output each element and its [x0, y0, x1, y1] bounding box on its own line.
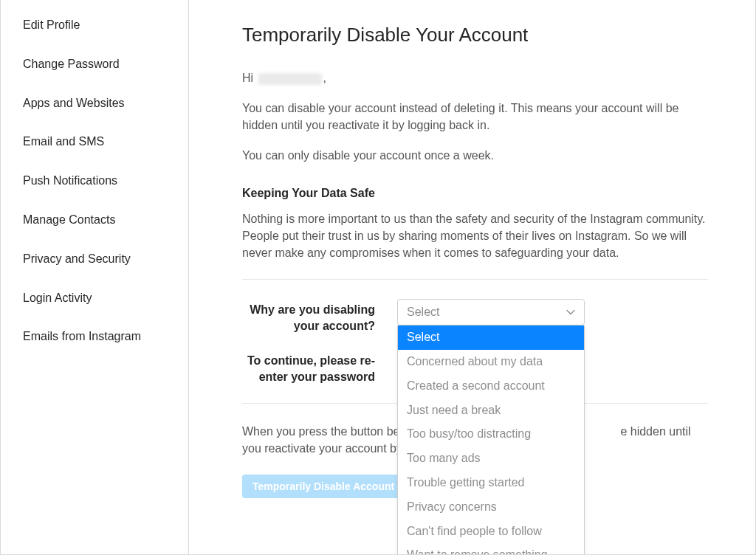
reason-option-cant-find-people[interactable]: Can't find people to follow: [398, 520, 584, 544]
page-title: Temporarily Disable Your Account: [242, 24, 708, 46]
reason-dropdown: Select Concerned about my data Created a…: [397, 325, 585, 554]
sidebar-item-edit-profile[interactable]: Edit Profile: [1, 6, 188, 45]
reason-select-wrapper: Select Select Concerned about my data Cr…: [397, 299, 585, 325]
reason-select[interactable]: Select: [397, 299, 585, 325]
sidebar-item-apps-websites[interactable]: Apps and Websites: [1, 84, 188, 123]
main-content: Temporarily Disable Your Account Hi , Yo…: [189, 0, 755, 554]
reason-option-concerned-data[interactable]: Concerned about my data: [398, 350, 584, 374]
settings-sidebar: Edit Profile Change Password Apps and We…: [1, 0, 189, 554]
reason-select-value: Select: [407, 306, 439, 319]
reason-option-need-break[interactable]: Just need a break: [398, 399, 584, 423]
reason-label: Why are you disabling your account?: [242, 299, 397, 334]
section-divider: [242, 279, 708, 280]
chevron-down-icon: [566, 308, 575, 317]
intro-paragraph-2: You can only disable your account once a…: [242, 147, 708, 164]
disable-account-button[interactable]: Temporarily Disable Account: [242, 475, 405, 498]
greeting-line: Hi ,: [242, 72, 708, 85]
sidebar-item-login-activity[interactable]: Login Activity: [1, 279, 188, 318]
sidebar-item-emails-instagram[interactable]: Emails from Instagram: [1, 317, 188, 356]
reason-option-select[interactable]: Select: [398, 325, 584, 350]
reason-option-too-many-ads[interactable]: Too many ads: [398, 447, 584, 471]
reason-option-privacy-concerns[interactable]: Privacy concerns: [398, 495, 584, 520]
reason-option-remove-something[interactable]: Want to remove something: [398, 543, 584, 554]
password-label: To continue, please re-enter your passwo…: [242, 350, 397, 385]
reason-option-too-busy[interactable]: Too busy/too distracting: [398, 422, 584, 447]
settings-container: Edit Profile Change Password Apps and We…: [0, 0, 756, 555]
intro-paragraph-1: You can disable your account instead of …: [242, 100, 708, 134]
sidebar-item-push-notifications[interactable]: Push Notifications: [1, 162, 188, 201]
reason-row: Why are you disabling your account? Sele…: [242, 299, 708, 334]
data-safe-heading: Keeping Your Data Safe: [242, 187, 708, 200]
sidebar-item-manage-contacts[interactable]: Manage Contacts: [1, 201, 188, 240]
username-redacted: [258, 73, 322, 85]
greeting-prefix: Hi: [242, 72, 257, 84]
sidebar-item-email-sms[interactable]: Email and SMS: [1, 123, 188, 162]
sidebar-item-privacy-security[interactable]: Privacy and Security: [1, 240, 188, 279]
reason-option-second-account[interactable]: Created a second account: [398, 374, 584, 399]
greeting-suffix: ,: [323, 72, 326, 84]
reason-option-trouble-started[interactable]: Trouble getting started: [398, 471, 584, 495]
data-safe-body: Nothing is more important to us than the…: [242, 210, 708, 262]
sidebar-item-change-password[interactable]: Change Password: [1, 45, 188, 84]
